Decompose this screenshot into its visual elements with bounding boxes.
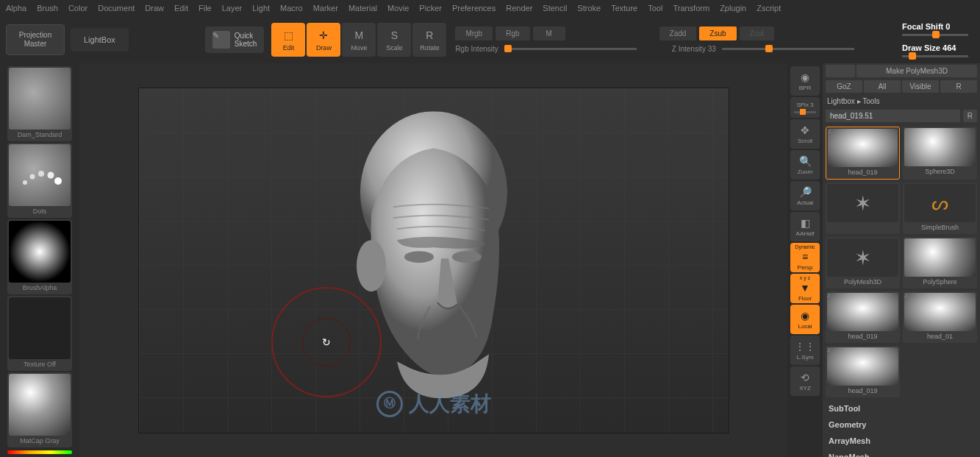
btn-r[interactable]: R	[940, 80, 977, 93]
menu-alpha[interactable]: Alpha	[6, 4, 26, 13]
nav-scroll-button[interactable]: ✥Scroll	[790, 119, 820, 149]
menu-tool[interactable]: Tool	[648, 4, 662, 13]
rotate-mode-button[interactable]: RRotate	[412, 23, 446, 57]
section-nanomesh[interactable]: NanoMesh	[823, 449, 980, 457]
left-palette: Dam_StandardDotsBrushAlphaTexture OffMat…	[0, 63, 79, 457]
tool-item-head-019[interactable]: 2head_019	[826, 127, 900, 180]
watermark-icon: Ⓜ	[376, 391, 403, 417]
menu-transform[interactable]: Transform	[673, 4, 709, 13]
nav-local-button[interactable]: ◉Local	[790, 305, 820, 334]
top-make-polymesh3d[interactable]: Make PolyMesh3D	[856, 65, 977, 77]
watermark: Ⓜ 人人素材	[376, 390, 491, 418]
transform-modes: ⬚Edit✛DrawMMoveSScaleRRotate	[271, 23, 446, 57]
canvas[interactable]: ↻ Ⓜ 人人素材	[138, 88, 729, 433]
current-tool-name[interactable]: head_019.51	[826, 110, 960, 122]
cursor-icon: ↻	[322, 336, 331, 348]
menu-light[interactable]: Light	[252, 4, 270, 13]
tool-item-head-019[interactable]: 2head_019	[826, 346, 900, 397]
lightbox-button[interactable]: LightBox	[71, 28, 129, 52]
m-button[interactable]: M	[533, 26, 565, 40]
lightbox-tools-header[interactable]: Lightbox ▸ Tools	[823, 94, 980, 108]
r-badge[interactable]: R	[963, 110, 977, 122]
rgb-intensity-slider[interactable]	[504, 48, 637, 50]
btn-all[interactable]: All	[864, 80, 901, 93]
btn-goz[interactable]: GoZ	[826, 80, 862, 93]
draw-mode-button[interactable]: ✛Draw	[307, 23, 340, 57]
section-geometry[interactable]: Geometry	[823, 417, 980, 433]
menu-file[interactable]: File	[198, 4, 212, 13]
nav-spix-3-button[interactable]: SPix 3	[790, 97, 820, 118]
menu-layer[interactable]: Layer	[222, 4, 243, 13]
scale-mode-button[interactable]: SScale	[377, 23, 411, 57]
menu-draw[interactable]: Draw	[145, 4, 164, 13]
svg-point-3	[48, 172, 54, 179]
swatch-dots[interactable]: Dots	[7, 143, 72, 218]
menu-edit[interactable]: Edit	[174, 4, 188, 13]
menu-material[interactable]: Material	[348, 4, 377, 13]
focal-shift-slider[interactable]	[902, 34, 968, 36]
top-blank[interactable]	[826, 65, 855, 77]
menu-render[interactable]: Render	[506, 4, 532, 13]
menu-document[interactable]: Document	[98, 4, 135, 13]
btn-visible[interactable]: Visible	[902, 80, 939, 93]
right-nav-strip: ◉BPRSPix 3✥Scroll🔍Zoom🔎Actual◧AAHalfDyna…	[787, 63, 823, 457]
svg-point-7	[404, 251, 434, 263]
viewport[interactable]: ↻ Ⓜ 人人素材	[79, 63, 787, 457]
rgb-intensity-label: Rgb Intensity	[455, 45, 498, 53]
menu-macro[interactable]: Macro	[280, 4, 303, 13]
mrgb-button[interactable]: Mrgb	[455, 26, 493, 40]
tool-item-simplebrush[interactable]: ᔕSimpleBrush	[903, 183, 977, 234]
menu-stroke[interactable]: Stroke	[577, 4, 601, 13]
tool-item-item-2[interactable]: ✶	[826, 183, 900, 234]
menu-marker[interactable]: Marker	[313, 4, 338, 13]
projection-master-button[interactable]: Projection Master	[6, 24, 65, 55]
nav-floor-button[interactable]: x y z▼Floor	[790, 274, 820, 303]
menu-preferences[interactable]: Preferences	[452, 4, 496, 13]
menu-stencil[interactable]: Stencil	[543, 4, 567, 13]
z-intensity-label: Z Intensity 33	[672, 45, 716, 53]
menu-brush[interactable]: Brush	[37, 4, 58, 13]
draw-size-slider[interactable]	[902, 55, 968, 57]
pencil-icon: ✎	[212, 31, 230, 49]
svg-point-6	[357, 240, 386, 291]
svg-point-4	[54, 177, 62, 185]
swatch-brushalpha[interactable]: BrushAlpha	[7, 219, 72, 294]
nav-actual-button[interactable]: 🔎Actual	[790, 181, 820, 210]
nav-xyz-button[interactable]: ⟲XYZ	[790, 366, 820, 396]
focal-shift-readout: Focal Shift 0	[902, 22, 968, 36]
brush-cursor-ring: ↻	[271, 287, 382, 397]
nav-zoom-button[interactable]: 🔍Zoom	[790, 150, 820, 180]
svg-point-1	[30, 174, 35, 180]
quick-sketch-label: Quick Sketch	[235, 32, 257, 48]
menu-texture[interactable]: Texture	[611, 4, 637, 13]
tool-item-polymesh3d[interactable]: ✶PolyMesh3D	[826, 237, 900, 288]
color-gradient[interactable]	[7, 450, 72, 454]
nav-persp-button[interactable]: Dynamic≡Persp	[790, 243, 820, 272]
z-intensity-slider[interactable]	[722, 48, 854, 50]
tool-item-head-019[interactable]: 2head_019	[826, 291, 900, 343]
zadd-button[interactable]: Zadd	[659, 26, 697, 40]
rgb-button[interactable]: Rgb	[496, 26, 529, 40]
menu-movie[interactable]: Movie	[387, 4, 409, 13]
menu-color[interactable]: Color	[68, 4, 87, 13]
zcut-button[interactable]: Zcut	[740, 26, 774, 40]
edit-mode-button[interactable]: ⬚Edit	[271, 23, 305, 57]
swatch-dam-standard[interactable]: Dam_Standard	[7, 66, 72, 141]
section-subtool[interactable]: SubTool	[823, 400, 980, 417]
tool-item-sphere3d[interactable]: Sphere3D	[903, 127, 977, 180]
nav-bpr-button[interactable]: ◉BPR	[790, 66, 820, 96]
tool-item-head-01[interactable]: 2head_01	[903, 291, 977, 343]
quick-sketch-button[interactable]: ✎ Quick Sketch	[205, 26, 265, 53]
nav-aahalf-button[interactable]: ◧AAHalf	[790, 212, 820, 241]
swatch-texture-off[interactable]: Texture Off	[7, 296, 72, 371]
menu-zscript[interactable]: Zscript	[757, 4, 781, 13]
menu-picker[interactable]: Picker	[419, 4, 442, 13]
swatch-matcap-gray[interactable]: MatCap Gray	[7, 372, 72, 447]
tool-item-polysphere[interactable]: PolySphere	[903, 237, 977, 288]
zsub-button[interactable]: Zsub	[699, 26, 736, 40]
section-arraymesh[interactable]: ArrayMesh	[823, 433, 980, 449]
nav-l-sym-button[interactable]: ⋮⋮L.Sym	[790, 336, 820, 365]
move-mode-button[interactable]: MMove	[342, 23, 376, 57]
menu-zplugin[interactable]: Zplugin	[720, 4, 746, 13]
tool-panel: Make PolyMesh3D GoZAllVisibleR Lightbox …	[823, 63, 980, 457]
